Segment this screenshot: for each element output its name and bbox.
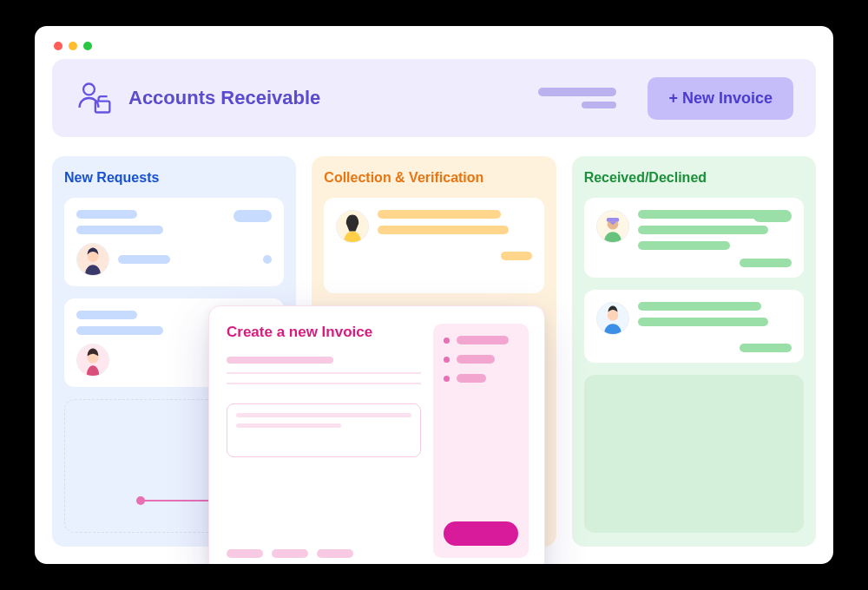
page-title: Accounts Receivable (128, 87, 320, 109)
avatar (596, 302, 629, 335)
window-maximize-icon[interactable] (83, 42, 92, 50)
modal-footer (227, 549, 421, 558)
modal-sidebar (433, 324, 529, 558)
window-minimize-icon[interactable] (69, 42, 77, 50)
modal-option[interactable] (444, 374, 518, 383)
modal-option[interactable] (444, 355, 518, 364)
footer-action[interactable] (227, 549, 263, 558)
modal-title: Create a new Invoice (227, 324, 421, 341)
accounts-receivable-icon (75, 79, 113, 117)
svg-rect-10 (606, 218, 618, 222)
avatar (336, 210, 369, 243)
page-header: Accounts Receivable + New Invoice (52, 59, 816, 137)
connector-line (141, 500, 210, 502)
received-card[interactable] (584, 198, 804, 278)
modal-option[interactable] (444, 336, 518, 344)
column-received-declined: Received/Declined (572, 156, 816, 547)
window-close-icon[interactable] (54, 42, 62, 50)
footer-action[interactable] (272, 549, 308, 558)
avatar (76, 344, 109, 377)
svg-point-0 (83, 84, 95, 95)
avatar (76, 243, 109, 276)
invoice-description-input[interactable] (227, 403, 421, 457)
column-title: New Requests (64, 170, 284, 186)
window-controls (52, 38, 816, 59)
header-meta-placeholder (538, 88, 616, 108)
app-window: Accounts Receivable + New Invoice New Re… (35, 26, 833, 564)
empty-slot (584, 375, 804, 533)
create-invoice-modal: Create a new Invoice (208, 305, 545, 564)
modal-submit-button[interactable] (444, 521, 518, 546)
footer-action[interactable] (317, 549, 353, 558)
request-card[interactable] (64, 198, 284, 286)
avatar (596, 210, 629, 243)
verification-card[interactable] (324, 198, 543, 293)
column-title: Collection & Verification (324, 170, 543, 186)
svg-point-12 (607, 310, 618, 321)
modal-form-placeholder (227, 357, 421, 384)
received-card[interactable] (584, 290, 804, 363)
new-invoice-button[interactable]: + New Invoice (648, 77, 793, 120)
column-title: Received/Declined (584, 170, 804, 186)
